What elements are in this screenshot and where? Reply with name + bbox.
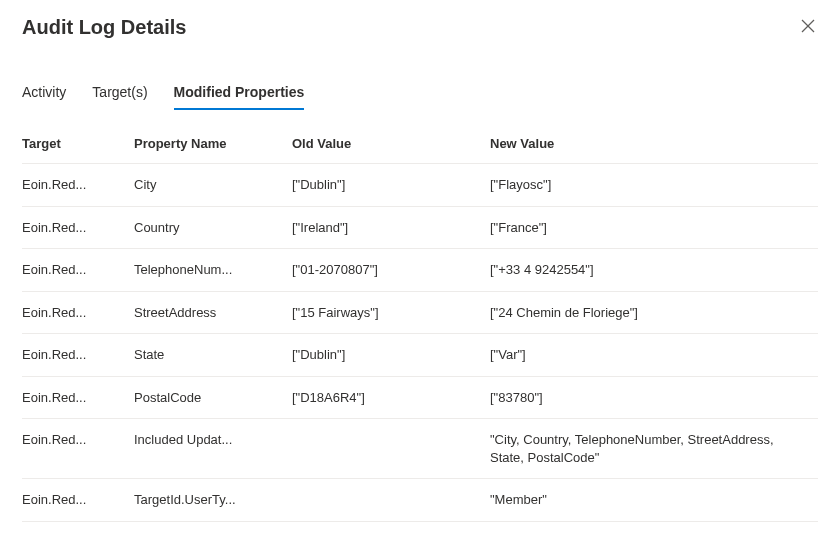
cell-property-name: PostalCode bbox=[134, 377, 292, 420]
cell-property-name: TargetId.UserTy... bbox=[134, 479, 292, 522]
tab-modified-properties[interactable]: Modified Properties bbox=[174, 84, 305, 108]
tab-targets[interactable]: Target(s) bbox=[92, 84, 147, 108]
cell-target: Eoin.Red... bbox=[22, 249, 134, 292]
cell-old-value: ["D18A6R4"] bbox=[292, 377, 490, 420]
cell-target: Eoin.Red... bbox=[22, 479, 134, 522]
col-header-new[interactable]: New Value bbox=[490, 136, 818, 164]
cell-old-value: ["Dublin"] bbox=[292, 164, 490, 207]
panel-header: Audit Log Details bbox=[22, 14, 818, 44]
cell-old-value: ["01-2070807"] bbox=[292, 249, 490, 292]
col-header-target[interactable]: Target bbox=[22, 136, 134, 164]
cell-new-value: ["Flayosc"] bbox=[490, 164, 818, 207]
cell-old-value: ["Dublin"] bbox=[292, 334, 490, 377]
cell-target: Eoin.Red... bbox=[22, 334, 134, 377]
close-button[interactable] bbox=[792, 12, 824, 44]
cell-property-name: State bbox=[134, 334, 292, 377]
tab-activity[interactable]: Activity bbox=[22, 84, 66, 108]
cell-property-name: TelephoneNum... bbox=[134, 249, 292, 292]
cell-target: Eoin.Red... bbox=[22, 419, 134, 479]
cell-property-name: City bbox=[134, 164, 292, 207]
cell-target: Eoin.Red... bbox=[22, 377, 134, 420]
cell-old-value: ["15 Fairways"] bbox=[292, 292, 490, 335]
tab-label: Target(s) bbox=[92, 84, 147, 100]
tab-label: Modified Properties bbox=[174, 84, 305, 100]
cell-property-name: Country bbox=[134, 207, 292, 250]
audit-log-details-panel: Audit Log Details Activity Target(s) Mod… bbox=[0, 0, 840, 536]
cell-new-value: ["+33 4 9242554"] bbox=[490, 249, 818, 292]
cell-new-value: ["Var"] bbox=[490, 334, 818, 377]
cell-old-value: ["Ireland"] bbox=[292, 207, 490, 250]
cell-property-name: Included Updat... bbox=[134, 419, 292, 479]
cell-old-value bbox=[292, 419, 490, 479]
cell-new-value: "Member" bbox=[490, 479, 818, 522]
page-title: Audit Log Details bbox=[22, 14, 186, 39]
tab-label: Activity bbox=[22, 84, 66, 100]
cell-new-value: "City, Country, TelephoneNumber, StreetA… bbox=[490, 419, 818, 479]
cell-new-value: ["France"] bbox=[490, 207, 818, 250]
cell-target: Eoin.Red... bbox=[22, 292, 134, 335]
cell-new-value: ["83780"] bbox=[490, 377, 818, 420]
tab-bar: Activity Target(s) Modified Properties bbox=[22, 84, 818, 108]
close-icon bbox=[801, 19, 815, 37]
modified-properties-table: Target Property Name Old Value New Value… bbox=[22, 136, 818, 522]
col-header-property[interactable]: Property Name bbox=[134, 136, 292, 164]
cell-target: Eoin.Red... bbox=[22, 164, 134, 207]
cell-old-value bbox=[292, 479, 490, 522]
col-header-old[interactable]: Old Value bbox=[292, 136, 490, 164]
cell-new-value: ["24 Chemin de Floriege"] bbox=[490, 292, 818, 335]
cell-property-name: StreetAddress bbox=[134, 292, 292, 335]
cell-target: Eoin.Red... bbox=[22, 207, 134, 250]
